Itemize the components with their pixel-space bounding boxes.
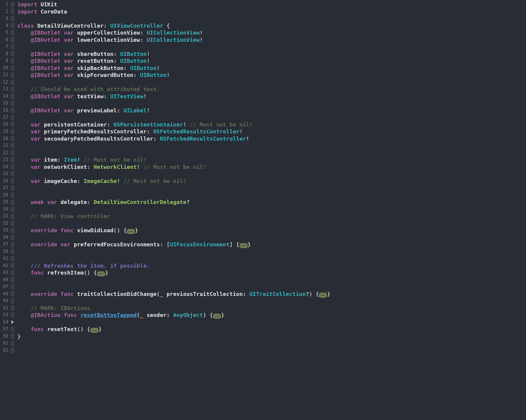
fold-marker-icon[interactable] [11,270,14,275]
code-line[interactable]: @IBOutlet var lowerCollectionView: UICol… [17,36,526,44]
fold-marker-icon[interactable] [11,16,14,21]
folded-code-icon[interactable] [97,271,105,276]
fold-marker-icon[interactable] [11,341,14,346]
fold-marker-icon[interactable] [11,221,14,226]
fold-marker-icon[interactable] [11,101,14,106]
code-line[interactable]: class DetailViewController: UIViewContro… [17,22,526,29]
fold-marker-icon[interactable] [11,242,14,247]
folded-code-icon[interactable] [213,314,221,319]
code-line[interactable]: @IBOutlet var textView: UITextView! [17,93,526,100]
code-line[interactable]: @IBAction func resetButtonTapped(_ sende… [17,312,526,319]
code-line[interactable]: @IBOutlet var previewLabel: UILabel! [17,107,526,114]
fold-marker-icon[interactable] [11,192,14,198]
code-line[interactable]: @IBOutlet var upperCollectionView: UICol… [17,29,526,36]
code-line[interactable] [17,170,526,178]
code-line[interactable]: weak var delegate: DetailViewControllerD… [17,199,526,206]
fold-marker-icon[interactable] [11,79,14,85]
code-line[interactable]: /// Refreshes the item, if possible. [17,262,526,269]
fold-marker-icon[interactable] [11,348,14,353]
code-line[interactable] [17,142,526,149]
code-line[interactable] [17,319,526,326]
fold-marker-icon[interactable] [11,199,14,205]
folded-code-icon[interactable] [319,293,327,298]
fold-marker-icon[interactable] [11,164,14,169]
fold-marker-icon[interactable] [11,108,14,113]
code-line[interactable]: import CoreData [17,8,526,15]
fold-marker-icon[interactable] [11,277,14,282]
fold-marker-icon[interactable] [11,93,14,99]
code-line[interactable]: import UIKit [17,1,526,8]
fold-marker-icon[interactable] [11,298,14,304]
fold-marker-icon[interactable] [11,72,14,78]
fold-marker-icon[interactable] [11,256,14,261]
code-line[interactable]: func resetText() {} [17,326,526,333]
code-line[interactable] [17,114,526,121]
code-line[interactable]: @IBOutlet var skipForwardButton: UIButto… [17,72,526,79]
code-line[interactable] [17,283,526,291]
code-line[interactable] [17,234,526,241]
code-line[interactable]: override func viewDidLoad() {} [17,227,526,234]
fold-marker-icon[interactable] [11,44,14,50]
fold-marker-icon[interactable] [11,214,14,219]
code-line[interactable] [17,79,526,86]
code-line[interactable] [17,43,526,50]
code-line[interactable] [17,248,526,255]
code-line[interactable]: } [17,333,526,340]
code-line[interactable]: @IBOutlet var shareButton: UIButton! [17,50,526,58]
code-line[interactable] [17,192,526,199]
code-line[interactable]: @IBOutlet var skipBackButton: UIButton! [17,65,526,72]
fold-marker-icon[interactable] [11,235,14,240]
code-line[interactable] [17,255,526,262]
code-line[interactable]: var item: Item! // Must not be nil! [17,156,526,163]
fold-marker-icon[interactable] [11,9,14,14]
fold-marker-icon[interactable] [11,249,14,254]
code-line[interactable] [17,15,526,22]
code-line[interactable] [17,276,526,284]
fold-marker-icon[interactable] [11,115,14,120]
folded-code-icon[interactable] [90,328,98,333]
code-line[interactable]: func refreshItem() {} [17,269,526,276]
code-editor[interactable]: import UIKitimport CoreDataclass DetailV… [15,0,526,354]
fold-marker-icon[interactable] [11,263,14,268]
fold-marker-icon[interactable] [11,129,14,134]
fold-marker-icon[interactable] [11,51,14,56]
fold-marker-icon[interactable] [11,65,14,71]
code-line[interactable]: var networkClient: NetworkClient! // Mus… [17,163,526,171]
code-line[interactable] [17,340,526,347]
code-line[interactable] [17,206,526,213]
code-line[interactable] [17,149,526,157]
fold-marker-icon[interactable] [11,305,14,311]
fold-marker-icon[interactable] [11,312,14,318]
fold-marker-icon[interactable] [11,206,14,212]
fold-marker-icon[interactable] [11,291,14,297]
code-line[interactable]: override var preferredFocusEnvironments:… [17,241,526,248]
folded-code-icon[interactable] [127,229,135,234]
fold-marker-icon[interactable] [11,58,14,64]
fold-marker-icon[interactable] [11,157,14,163]
code-line[interactable]: var primaryFetchedResultsController: NSF… [17,128,526,135]
code-line[interactable] [17,184,526,192]
code-line[interactable] [17,100,526,107]
code-line[interactable] [17,220,526,227]
fold-marker-icon[interactable] [11,333,14,339]
code-line[interactable]: // MARK: View controller [17,213,526,220]
code-line[interactable]: var secondaryFetchedResultsController: N… [17,135,526,142]
code-line[interactable]: var imageCache: ImageCache! // Must not … [17,178,526,185]
fold-marker-icon[interactable] [11,23,14,28]
fold-marker-icon[interactable] [11,143,14,148]
fold-marker-icon[interactable] [11,122,14,127]
code-line[interactable]: // Should be used with attributed text. [17,86,526,93]
code-line[interactable]: @IBOutlet var resetButton: UIButton! [17,57,526,65]
fold-marker-icon[interactable] [11,171,14,177]
fold-marker-icon[interactable] [11,228,14,233]
fold-marker-icon[interactable] [11,37,14,42]
folded-code-icon[interactable] [240,243,248,248]
code-line[interactable]: var persistentContainer: NSPersistentCon… [17,121,526,128]
fold-marker-icon[interactable] [11,185,14,191]
fold-marker-icon[interactable] [11,2,14,7]
fold-marker-icon[interactable] [11,30,14,35]
code-line[interactable] [17,297,526,305]
fold-marker-icon[interactable] [11,284,14,290]
code-line[interactable]: // MARK: IBActions [17,305,526,312]
code-line[interactable]: override func traitCollectionDidChange(_… [17,291,526,298]
